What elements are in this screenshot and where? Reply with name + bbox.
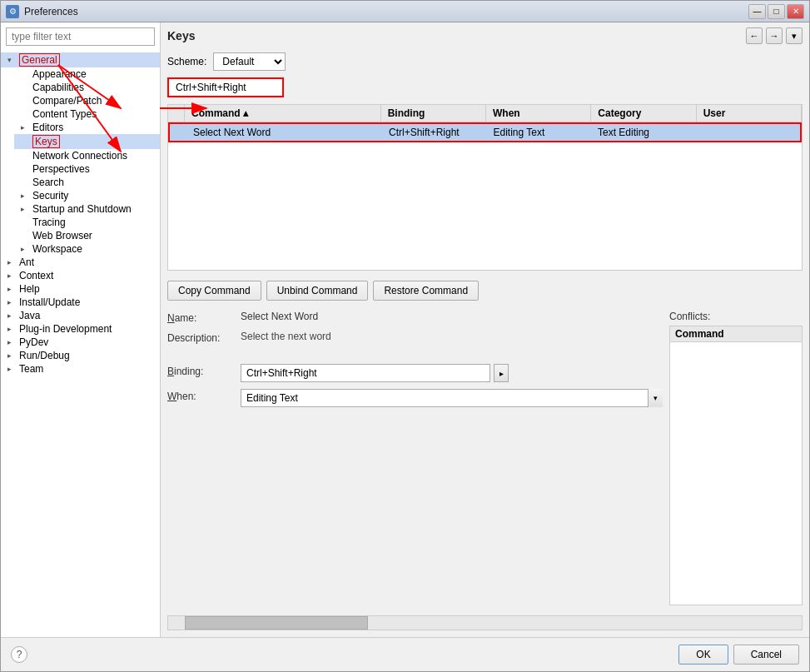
- sidebar-item-keys[interactable]: Keys: [14, 134, 160, 149]
- search-input[interactable]: [6, 27, 155, 46]
- col-when[interactable]: When: [486, 105, 591, 122]
- general-children: Appearance Capabilities Compare/Patch Co…: [1, 67, 160, 256]
- context-label: Context: [19, 270, 53, 281]
- sidebar-item-plugin-dev[interactable]: Plug-in Development: [1, 322, 160, 336]
- unbind-command-button[interactable]: Unbind Command: [266, 281, 369, 301]
- cancel-button[interactable]: Cancel: [733, 645, 799, 665]
- run-debug-label: Run/Debug: [19, 350, 70, 361]
- arrow-workspace: [21, 245, 31, 253]
- tracing-label: Tracing: [32, 217, 66, 228]
- titlebar-controls: — □ ✕: [748, 4, 804, 19]
- keys-table: Command ▴ Binding When Category User Sel…: [167, 104, 803, 271]
- sidebar-item-java[interactable]: Java: [1, 309, 160, 322]
- maximize-button[interactable]: □: [768, 4, 785, 19]
- sidebar-item-editors[interactable]: Editors: [14, 121, 160, 134]
- back-button[interactable]: ←: [746, 27, 763, 44]
- sidebar-item-help[interactable]: Help: [1, 282, 160, 296]
- name-row: Name: Select Next Word: [167, 311, 663, 324]
- workspace-label: Workspace: [32, 243, 82, 255]
- when-row: When: Editing Text In Windows In Dialogs…: [167, 389, 663, 407]
- content-types-label: Content Types: [32, 108, 97, 120]
- sidebar-item-install-update[interactable]: Install/Update: [1, 296, 160, 309]
- ok-button[interactable]: OK: [678, 645, 728, 665]
- cell-check: [170, 130, 186, 135]
- main-content: General Appearance Capabilities Compare/…: [1, 22, 809, 637]
- col-check: [168, 105, 185, 122]
- panel-toolbar: ← → ▾: [746, 27, 803, 44]
- help-label: Help: [19, 283, 40, 295]
- network-connections-label: Network Connections: [32, 150, 127, 162]
- minimize-button[interactable]: —: [748, 4, 766, 19]
- arrow-help: [7, 285, 17, 293]
- sidebar-item-workspace[interactable]: Workspace: [14, 242, 160, 256]
- search-label: Search: [32, 177, 64, 188]
- cell-category: Text Editing: [591, 124, 696, 141]
- right-panel: Keys ← → ▾ Scheme: Default Ctrl+Shift: [161, 22, 809, 637]
- table-body: Select Next Word Ctrl+Shift+Right Editin…: [168, 122, 802, 270]
- restore-command-button[interactable]: Restore Command: [373, 281, 479, 301]
- details-area: Name: Select Next Word Description: Sele…: [167, 311, 803, 605]
- col-category[interactable]: Category: [591, 105, 696, 122]
- conflicts-header: Command: [670, 326, 802, 342]
- scheme-select[interactable]: Default: [213, 52, 286, 71]
- sidebar-item-search[interactable]: Search: [14, 176, 160, 189]
- ant-label: Ant: [19, 256, 34, 268]
- dropdown-button[interactable]: ▾: [786, 27, 803, 44]
- col-user[interactable]: User: [697, 105, 802, 122]
- sidebar-item-web-browser[interactable]: Web Browser: [14, 229, 160, 242]
- sidebar-item-network-connections[interactable]: Network Connections: [14, 149, 160, 162]
- perspectives-label: Perspectives: [32, 163, 90, 175]
- sidebar-item-capabilities[interactable]: Capabilities: [14, 81, 160, 94]
- general-label: General: [19, 53, 60, 67]
- binding-box[interactable]: Ctrl+Shift+Right: [167, 77, 284, 97]
- arrow-install-update: [7, 298, 17, 306]
- appearance-label: Appearance: [32, 68, 87, 80]
- web-browser-label: Web Browser: [32, 230, 92, 241]
- scrollbar-thumb: [185, 616, 368, 630]
- col-command[interactable]: Command ▴: [185, 105, 381, 122]
- details-left: Name: Select Next Word Description: Sele…: [167, 311, 663, 605]
- help-button[interactable]: ?: [11, 646, 27, 663]
- binding-dropdown-btn[interactable]: ▸: [494, 364, 509, 382]
- binding-input[interactable]: [241, 364, 490, 382]
- arrow-ant: [7, 258, 17, 266]
- expand-arrow-general: [7, 56, 17, 64]
- sidebar-item-perspectives[interactable]: Perspectives: [14, 162, 160, 176]
- security-label: Security: [32, 190, 68, 202]
- sidebar-item-startup-shutdown[interactable]: Startup and Shutdown: [14, 202, 160, 216]
- java-label: Java: [19, 310, 40, 321]
- close-button[interactable]: ✕: [787, 4, 804, 19]
- capabilities-label: Capabilities: [32, 82, 84, 93]
- binding-label: Binding:: [167, 364, 234, 377]
- sidebar-item-ant[interactable]: Ant: [1, 256, 160, 269]
- arrow-context: [7, 271, 17, 280]
- desc-value: Select the next word: [241, 331, 663, 342]
- arrow-security: [21, 192, 31, 200]
- conflicts-panel: Conflicts: Command: [669, 311, 803, 605]
- sidebar-item-pydev[interactable]: PyDev: [1, 336, 160, 349]
- table-row[interactable]: Select Next Word Ctrl+Shift+Right Editin…: [168, 122, 802, 142]
- sidebar-item-security[interactable]: Security: [14, 189, 160, 202]
- when-select[interactable]: Editing Text In Windows In Dialogs: [241, 389, 663, 407]
- sidebar-item-tracing[interactable]: Tracing: [14, 216, 160, 229]
- forward-button[interactable]: →: [766, 27, 783, 44]
- col-binding[interactable]: Binding: [381, 105, 486, 122]
- sidebar-item-team[interactable]: Team: [1, 362, 160, 376]
- install-update-label: Install/Update: [19, 296, 80, 308]
- sidebar-item-compare-patch[interactable]: Compare/Patch: [14, 94, 160, 107]
- sidebar-item-content-types[interactable]: Content Types: [14, 107, 160, 121]
- arrow-editors: [21, 123, 31, 132]
- sidebar-item-appearance[interactable]: Appearance: [14, 67, 160, 81]
- horizontal-scrollbar[interactable]: [167, 615, 803, 630]
- sidebar-item-context[interactable]: Context: [1, 269, 160, 282]
- sidebar-item-run-debug[interactable]: Run/Debug: [1, 349, 160, 362]
- cell-user: [696, 130, 801, 135]
- arrow-pydev: [7, 338, 17, 346]
- binding-input-row: Ctrl+Shift+Right: [167, 77, 803, 97]
- copy-command-button[interactable]: Copy Command: [167, 281, 261, 301]
- cell-command: Select Next Word: [186, 124, 382, 141]
- compare-patch-label: Compare/Patch: [32, 95, 102, 107]
- titlebar-left: ⚙ Preferences: [6, 5, 78, 18]
- sidebar-item-general[interactable]: General: [1, 52, 160, 67]
- dialog-footer: ? OK Cancel: [1, 637, 809, 671]
